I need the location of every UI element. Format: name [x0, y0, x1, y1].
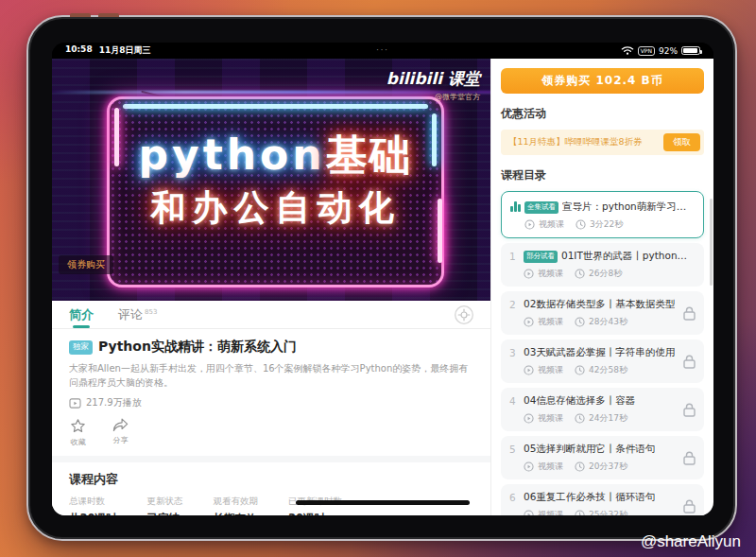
ipad-device: 10:58 11月8日周三 ··· VPN 92% [26, 15, 737, 541]
battery-percent: 92% [659, 46, 678, 56]
share-icon [112, 417, 129, 433]
stat-item: 已更新课时数 30课时 [288, 496, 342, 515]
multitask-dots[interactable]: ··· [376, 46, 389, 55]
stat-item: 更新状态 已完结 [147, 496, 183, 515]
trial-badge: 部分试看 [524, 251, 558, 263]
exclusive-badge: 独家 [69, 340, 93, 355]
lock-icon [683, 499, 696, 513]
neon-tube-right-cyan [432, 113, 437, 166]
stat-label: 观看有效期 [214, 496, 259, 508]
catalog-list: 全集试看 宣导片：python萌新学习指南 视频课 3分22秒 1 部分试看 [501, 191, 704, 515]
buy-button[interactable]: 领券购买 102.4 B币 [501, 68, 704, 94]
clock-icon [575, 461, 585, 472]
logo-subtitle: @微学堂官方 [387, 92, 480, 102]
catalog-item[interactable]: 3 03天赋武器必掌握丨字符串的使用 视频课 42分58秒 [501, 339, 704, 383]
catalog-item-title: 01IT世界的武器丨python环境搭建_第一个 [561, 250, 696, 263]
clock-icon [575, 269, 585, 279]
coupon-ribbon: 领券购买 [59, 255, 113, 274]
clock-icon [575, 413, 585, 424]
catalog-item-duration: 26分8秒 [589, 268, 622, 280]
gear-icon[interactable] [454, 305, 474, 325]
claim-coupon-button[interactable]: 领取 [663, 133, 700, 151]
promo-section-title: 优惠活动 [501, 106, 704, 122]
catalog-item-duration: 25分32秒 [589, 509, 627, 515]
catalog-item[interactable]: 全集试看 宣导片：python萌新学习指南 视频课 3分22秒 [501, 191, 704, 238]
playing-equalizer-icon [510, 201, 523, 212]
stat-item: 观看有效期 长期有效 [214, 496, 259, 515]
favorite-button[interactable]: 收藏 [69, 417, 87, 447]
share-button[interactable]: 分享 [112, 417, 129, 447]
catalog-item-duration: 24分17秒 [589, 412, 627, 425]
catalog-item-type: 视频课 [538, 364, 563, 376]
neon-sign-board: python基础 和办公自动化 [107, 96, 444, 287]
catalog-item-index: 6 [509, 492, 522, 503]
video-play-icon [524, 413, 534, 424]
stat-label: 更新状态 [147, 496, 183, 508]
video-play-icon [524, 510, 534, 515]
video-play-icon [524, 365, 534, 375]
catalog-item-type: 视频课 [538, 268, 563, 280]
catalog-item-duration: 28分43秒 [589, 316, 627, 328]
favorite-label: 收藏 [71, 437, 86, 447]
sidebar-scrollbar[interactable] [710, 199, 713, 286]
catalog-item-duration: 3分22秒 [590, 218, 623, 231]
tabs-bar: 简介 评论853 [52, 301, 491, 329]
banner-headline-cn: 基础 [326, 131, 413, 179]
course-title: Python实战精讲：萌新系统入门 [98, 339, 297, 356]
tab-comments[interactable]: 评论853 [118, 301, 157, 328]
bilibili-class-logo: bilibili 课堂 @微学堂官方 [387, 68, 480, 102]
catalog-item-type: 视频课 [538, 316, 563, 328]
banner-headline-en: python [138, 131, 325, 179]
catalog-item-type: 视频课 [538, 509, 563, 515]
course-cover-banner[interactable]: python基础 和办公自动化 bilibili 课堂 @微学堂官方 领券购买 [52, 59, 491, 301]
catalog-item-index: 5 [509, 444, 522, 455]
course-content-title: 课程内容 [69, 471, 474, 488]
volume-up-button [70, 13, 91, 17]
catalog-item[interactable]: 2 02数据存储类型多丨基本数据类型 视频课 28分43秒 [501, 291, 704, 335]
catalog-item-index: 4 [509, 395, 522, 407]
status-bar: 10:58 11月8日周三 ··· VPN 92% [52, 43, 713, 59]
catalog-item-type: 视频课 [538, 461, 563, 473]
catalog-item-title: 05选择判断就用它丨条件语句 [524, 443, 655, 456]
ipad-screen: 10:58 11月8日周三 ··· VPN 92% [52, 43, 713, 515]
wifi-icon [621, 45, 634, 56]
catalog-item-title: 06重复工作必杀技丨循环语句 [524, 491, 655, 504]
catalog-item-type: 视频课 [538, 412, 563, 425]
catalog-item[interactable]: 6 06重复工作必杀技丨循环语句 视频课 25分32秒 [501, 484, 704, 515]
catalog-item-title: 04信息存储选择多丨容器 [524, 394, 635, 408]
catalog-item-title: 03天赋武器必掌握丨字符串的使用 [524, 346, 675, 359]
stat-item: 总课时数 共30课时 [69, 496, 117, 515]
trial-badge: 全集试看 [524, 201, 558, 214]
status-date: 11月8日周三 [99, 44, 151, 57]
clock-icon [576, 219, 586, 230]
catalog-item[interactable]: 5 05选择判断就用它丨条件语句 视频课 20分37秒 [501, 436, 704, 479]
catalog-item[interactable]: 4 04信息存储选择多丨容器 视频课 24分17秒 [501, 388, 704, 431]
battery-icon [681, 46, 700, 55]
catalog-item-duration: 42分58秒 [589, 364, 627, 376]
lock-icon [683, 403, 696, 417]
video-play-icon [524, 317, 534, 327]
catalog-section-title: 课程目录 [501, 167, 704, 183]
purchase-sidebar: 领券购买 102.4 B币 优惠活动 【11月特惠】哔哩哔哩课堂8折券 领取 课… [491, 59, 713, 515]
course-content-section: 课程内容 总课时数 共30课时 更新状态 已完结 观看有效期 长期有效 已更新课… [52, 462, 491, 515]
stat-value: 30课时 [288, 512, 342, 515]
video-play-icon [524, 219, 535, 230]
catalog-item[interactable]: 1 部分试看 01IT世界的武器丨python环境搭建_第一个 视频课 26分8… [501, 243, 704, 287]
home-indicator[interactable] [296, 500, 470, 505]
video-play-icon [524, 461, 534, 472]
share-label: 分享 [113, 435, 129, 445]
clock-icon [575, 365, 585, 375]
section-divider [52, 456, 491, 462]
lock-icon [683, 451, 696, 465]
tab-intro[interactable]: 简介 [69, 301, 94, 328]
star-icon [69, 417, 87, 435]
neon-tube-right-pink [438, 199, 442, 263]
catalog-item-index: 3 [509, 347, 522, 358]
clock-icon [575, 510, 585, 515]
vpn-badge: VPN [638, 46, 655, 56]
banner-headline-line2: 和办公自动化 [151, 184, 401, 232]
coupon-row[interactable]: 【11月特惠】哔哩哔哩课堂8折券 领取 [501, 130, 704, 155]
video-play-icon [524, 269, 534, 279]
stat-label: 总课时数 [69, 496, 117, 508]
course-stats: 总课时数 共30课时 更新状态 已完结 观看有效期 长期有效 已更新课时数 30… [69, 496, 474, 515]
